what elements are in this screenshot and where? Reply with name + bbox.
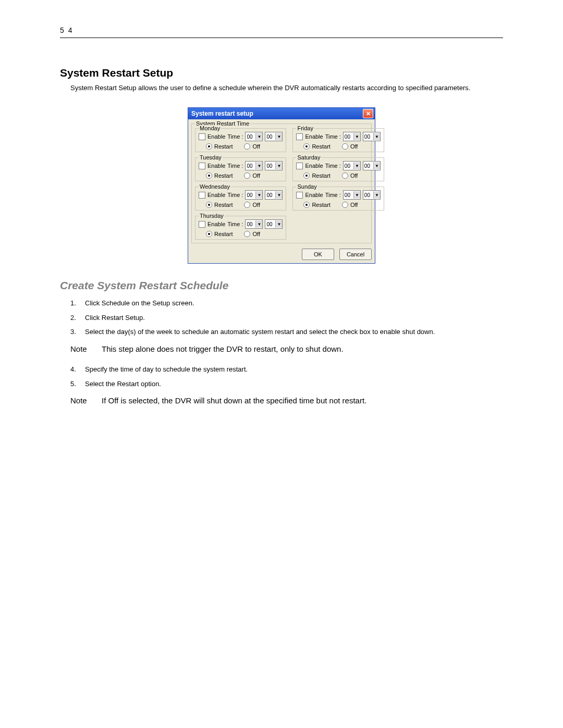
time-label: Time :	[325, 163, 341, 169]
day-box-wednesday: Wednesday Enable Time : 00▼ 00▼ Restart	[195, 187, 286, 211]
radio-restart-monday[interactable]	[206, 143, 212, 150]
radio-off-friday[interactable]	[342, 143, 348, 150]
time-label: Time :	[227, 192, 243, 198]
note-label: Note	[70, 343, 102, 355]
intro-paragraph: System Restart Setup allows the user to …	[70, 83, 503, 93]
radio-off-label: Off	[350, 172, 358, 179]
hour-select-wednesday[interactable]: 00▼	[245, 190, 263, 200]
note-text: This step alone does not trigger the DVR…	[102, 343, 503, 355]
enable-label: Enable	[207, 163, 225, 169]
day-box-sunday: Sunday Enable Time : 00▼ 00▼ Restart	[292, 187, 384, 211]
step-4: 4. Specify the time of day to schedule t…	[70, 364, 503, 375]
day-legend-thursday: Thursday	[199, 213, 225, 219]
hour-select-friday[interactable]: 00▼	[343, 132, 361, 141]
minute-select-tuesday[interactable]: 00▼	[265, 161, 283, 170]
minute-select-thursday[interactable]: 00▼	[265, 219, 283, 229]
radio-off-wednesday[interactable]	[244, 202, 250, 208]
enable-checkbox-tuesday[interactable]	[199, 163, 205, 169]
time-label: Time :	[325, 133, 341, 140]
radio-off-sunday[interactable]	[342, 202, 348, 208]
enable-checkbox-sunday[interactable]	[296, 192, 303, 199]
time-label: Time :	[227, 221, 243, 227]
step-text: Select the day(s) of the week to schedul…	[85, 327, 503, 337]
radio-off-label: Off	[252, 143, 260, 150]
step-2: 2. Click Restart Setup.	[70, 313, 503, 323]
radio-off-thursday[interactable]	[244, 231, 250, 237]
chevron-down-icon: ▼	[275, 133, 282, 140]
heading-system-restart-setup: System Restart Setup	[60, 67, 503, 79]
step-text: Select the Restart option.	[85, 379, 503, 389]
chevron-down-icon: ▼	[255, 220, 262, 228]
radio-restart-friday[interactable]	[303, 143, 310, 150]
note-text: If Off is selected, the DVR will shut do…	[102, 395, 503, 407]
chevron-down-icon: ▼	[373, 191, 380, 199]
enable-checkbox-monday[interactable]	[199, 133, 205, 140]
day-legend-monday: Monday	[199, 125, 221, 131]
minute-select-saturday[interactable]: 00▼	[363, 161, 381, 170]
radio-restart-sunday[interactable]	[303, 202, 310, 208]
chevron-down-icon: ▼	[255, 162, 262, 169]
minute-select-sunday[interactable]: 00▼	[363, 190, 381, 200]
step-num: 4.	[70, 364, 85, 375]
chevron-down-icon: ▼	[373, 133, 380, 140]
hour-select-tuesday[interactable]: 00▼	[245, 161, 263, 170]
note-2: Note If Off is selected, the DVR will sh…	[70, 395, 503, 407]
enable-checkbox-wednesday[interactable]	[199, 192, 205, 199]
minute-select-wednesday[interactable]: 00▼	[265, 190, 283, 200]
chevron-down-icon: ▼	[275, 220, 282, 228]
radio-restart-label: Restart	[214, 143, 232, 150]
group-system-restart-time: System Restart Time Monday Enable Time :…	[191, 124, 372, 243]
radio-off-tuesday[interactable]	[244, 172, 250, 179]
radio-off-label: Off	[350, 202, 358, 208]
day-legend-tuesday: Tuesday	[199, 154, 223, 161]
enable-label: Enable	[207, 133, 225, 140]
chevron-down-icon: ▼	[255, 133, 262, 140]
step-5: 5. Select the Restart option.	[70, 379, 503, 389]
radio-off-label: Off	[252, 202, 260, 208]
radio-restart-label: Restart	[214, 172, 232, 179]
minute-select-monday[interactable]: 00▼	[265, 132, 283, 141]
ok-button[interactable]: OK	[302, 249, 334, 260]
day-box-thursday: Thursday Enable Time : 00▼ 00▼ Restart	[195, 216, 286, 240]
enable-label: Enable	[207, 221, 225, 227]
chevron-down-icon: ▼	[275, 191, 282, 199]
radio-restart-saturday[interactable]	[303, 172, 310, 179]
day-legend-wednesday: Wednesday	[199, 183, 231, 190]
dialog-titlebar: System restart setup ✕	[188, 108, 375, 119]
minute-select-friday[interactable]: 00▼	[363, 132, 381, 141]
chevron-down-icon: ▼	[353, 191, 360, 199]
radio-off-label: Off	[350, 143, 358, 150]
enable-checkbox-friday[interactable]	[296, 133, 303, 140]
radio-off-saturday[interactable]	[342, 172, 348, 179]
step-text: Click Schedule on the Setup screen.	[85, 298, 503, 309]
note-1: Note This step alone does not trigger th…	[70, 343, 503, 355]
cancel-button[interactable]: Cancel	[339, 249, 372, 260]
hour-select-monday[interactable]: 00▼	[245, 132, 263, 141]
day-box-friday: Friday Enable Time : 00▼ 00▼ Restart	[292, 128, 384, 152]
radio-restart-label: Restart	[214, 202, 232, 208]
chevron-down-icon: ▼	[353, 162, 360, 169]
radio-off-label: Off	[252, 231, 260, 237]
time-label: Time :	[227, 163, 243, 169]
hour-select-sunday[interactable]: 00▼	[343, 190, 361, 200]
radio-restart-wednesday[interactable]	[206, 202, 212, 208]
radio-restart-thursday[interactable]	[206, 231, 212, 237]
time-label: Time :	[325, 192, 341, 198]
enable-label: Enable	[305, 192, 323, 198]
step-num: 1.	[70, 298, 85, 309]
day-legend-sunday: Sunday	[296, 183, 317, 190]
day-box-tuesday: Tuesday Enable Time : 00▼ 00▼ Restart	[195, 157, 286, 181]
enable-checkbox-saturday[interactable]	[296, 163, 303, 169]
hour-select-thursday[interactable]: 00▼	[245, 219, 263, 229]
dialog-figure: System restart setup ✕ System Restart Ti…	[60, 107, 503, 264]
hour-select-saturday[interactable]: 00▼	[343, 161, 361, 170]
radio-restart-tuesday[interactable]	[206, 172, 212, 179]
day-legend-friday: Friday	[296, 125, 314, 131]
page-number: 5 4	[60, 26, 503, 34]
heading-create-schedule: Create System Restart Schedule	[60, 279, 503, 292]
enable-checkbox-thursday[interactable]	[199, 221, 205, 228]
radio-restart-label: Restart	[312, 172, 330, 179]
radio-off-monday[interactable]	[244, 143, 250, 150]
close-icon[interactable]: ✕	[363, 109, 373, 118]
time-label: Time :	[227, 133, 243, 140]
